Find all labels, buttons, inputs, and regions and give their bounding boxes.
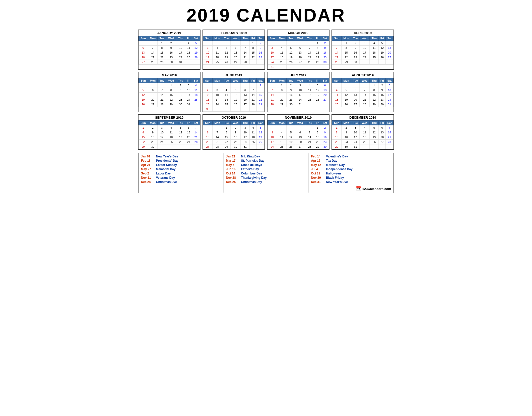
calendar-day: [158, 144, 166, 149]
calendar-day: [360, 144, 370, 149]
calendar-day: 7: [386, 125, 393, 130]
calendar-day: 15: [250, 50, 257, 55]
weekday-header: Fri: [185, 78, 192, 83]
holiday-row: Dec 31New Year's Eve: [311, 180, 391, 184]
calendar-day: 2: [321, 125, 329, 130]
holiday-date: Sep 2: [141, 172, 154, 175]
calendar-day: 14: [192, 130, 200, 135]
holiday-name: Tax Day: [326, 159, 337, 162]
holiday-row: Oct 14Columbus Day: [226, 172, 306, 175]
calendar-day: 7: [305, 130, 314, 135]
calendar-day: 22: [341, 55, 351, 60]
calendar-day: 20: [379, 135, 386, 140]
calendar-day: 13: [148, 93, 158, 97]
weekday-header: Thu: [241, 78, 250, 83]
calendar-day: [212, 125, 222, 130]
weekday-header: Fri: [185, 36, 192, 41]
weekday-header: Thu: [241, 121, 250, 125]
holiday-name: Valentine's Day: [326, 155, 348, 158]
calendar-day: 22: [256, 97, 264, 102]
calendar-day: 22: [314, 55, 321, 60]
calendar-day: [250, 83, 257, 88]
calendar-day: 16: [341, 135, 351, 140]
calendar-day: 17: [176, 50, 185, 55]
calendar-day: 2: [351, 41, 360, 46]
calendar-day: 16: [287, 93, 295, 97]
calendar-day: 17: [268, 140, 277, 144]
calendar-day: 14: [360, 93, 370, 97]
month-block-6: JUNE 2019SunMonTueWedThuFriSat1234567891…: [202, 72, 265, 112]
calendar-day: 10: [386, 88, 393, 93]
calendar-day: 31: [241, 144, 250, 149]
calendar-day: [295, 65, 305, 69]
calendar-day: 3: [241, 125, 250, 130]
weekday-header: Tue: [351, 78, 360, 83]
calendar-day: [305, 125, 314, 130]
weekday-header: Tue: [158, 121, 166, 125]
holiday-row: Apr 15Tax Day: [311, 159, 391, 162]
calendar-day: 9: [256, 46, 264, 50]
calendar-day: [379, 60, 386, 65]
calendar-day: [230, 107, 240, 112]
calendar-day: 27: [230, 60, 240, 65]
weekday-header: Sat: [386, 36, 393, 41]
calendar-day: [212, 107, 222, 112]
calendar-day: 21: [305, 55, 314, 60]
calendar-day: [386, 60, 393, 65]
calendar-day: 26: [230, 102, 240, 107]
weekday-header: Tue: [158, 36, 166, 41]
calendar-day: [277, 125, 287, 130]
calendar-day: 6: [139, 46, 148, 50]
holiday-date: Jan 01: [141, 155, 154, 158]
calendar-day: 3: [360, 41, 370, 46]
weekday-header: Fri: [379, 121, 386, 125]
weekday-header: Sun: [268, 78, 277, 83]
holiday-row: Nov 11Veterans Day: [141, 176, 221, 179]
calendar-day: 16: [203, 97, 212, 102]
calendar-day: 18: [212, 55, 222, 60]
calendar-day: 12: [341, 93, 351, 97]
calendar-day: [139, 83, 148, 88]
holiday-row: Dec 25Christmas Day: [226, 180, 306, 184]
calendar-day: 2: [256, 41, 264, 46]
calendar-day: 26: [192, 55, 200, 60]
calendar-day: 19: [176, 135, 185, 140]
calendar-day: 21: [158, 97, 166, 102]
weekday-header: Sat: [256, 36, 264, 41]
calendar-day: 2: [166, 41, 176, 46]
calendar-day: 18: [360, 135, 370, 140]
holiday-date: Apr 15: [311, 159, 324, 162]
calendar-day: 24: [185, 97, 192, 102]
calendar-day: [277, 65, 287, 69]
calendar-day: 1: [314, 125, 321, 130]
calendar-day: 31: [386, 102, 393, 107]
calendar-day: 18: [277, 140, 287, 144]
holiday-name: Veterans Day: [156, 176, 175, 179]
calendar-day: 29: [158, 60, 166, 65]
calendar-day: [241, 107, 250, 112]
calendar-day: 17: [185, 93, 192, 97]
calendar-day: [314, 102, 321, 107]
calendar-day: [241, 41, 250, 46]
holiday-date: Nov 28: [226, 176, 238, 179]
calendar-day: 14: [268, 93, 277, 97]
calendar-day: 15: [332, 135, 342, 140]
calendar-day: 5: [379, 41, 386, 46]
calendar-day: 8: [314, 130, 321, 135]
weekday-header: Wed: [360, 121, 370, 125]
calendar-day: 15: [370, 93, 379, 97]
calendar-day: 16: [379, 93, 386, 97]
calendar-day: [268, 83, 277, 88]
calendar-day: 12: [370, 130, 379, 135]
holiday-name: Christmas Day: [241, 180, 262, 184]
holiday-name: Father's Day: [241, 167, 259, 171]
calendar-day: 5: [222, 46, 231, 50]
calendar-day: 17: [295, 93, 305, 97]
calendar-day: 15: [314, 135, 321, 140]
holiday-date: Nov 11: [141, 176, 154, 179]
calendar-day: 24: [158, 140, 166, 144]
weekday-header: Fri: [314, 121, 321, 125]
calendar-day: 11: [212, 50, 222, 55]
calendar-day: [287, 125, 295, 130]
calendar-day: 12: [287, 50, 295, 55]
